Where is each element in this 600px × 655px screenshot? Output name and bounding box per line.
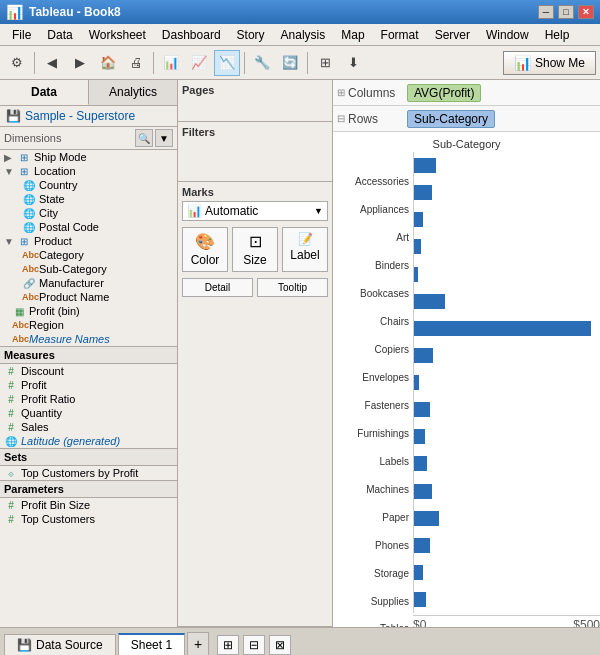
field-profit-bin-size[interactable]: # Profit Bin Size (0, 498, 177, 512)
bar-row-15[interactable] (414, 559, 600, 586)
color-button[interactable]: 🎨 Color (182, 227, 228, 272)
detail-button[interactable]: Detail (182, 278, 253, 297)
field-sales[interactable]: # Sales (0, 420, 177, 434)
label-icon: 📝 (298, 232, 313, 246)
bar-row-11[interactable] (414, 450, 600, 477)
menu-map[interactable]: Map (333, 26, 372, 44)
field-postal-code[interactable]: 🌐 Postal Code (0, 220, 177, 234)
close-button[interactable]: ✕ (578, 5, 594, 19)
bar-row-5[interactable] (414, 288, 600, 315)
bar-row-2[interactable] (414, 206, 600, 233)
tab-data[interactable]: Data (0, 80, 89, 105)
expander-location: ▼ (4, 166, 14, 177)
field-product[interactable]: ▼ ⊞ Product (0, 234, 177, 248)
toolbar-home[interactable]: 🏠 (95, 50, 121, 76)
field-profit-ratio[interactable]: # Profit Ratio (0, 392, 177, 406)
bar-row-4[interactable] (414, 261, 600, 288)
bar-row-3[interactable] (414, 233, 600, 260)
toolbar-chart2[interactable]: 📈 (186, 50, 212, 76)
menu-help[interactable]: Help (537, 26, 578, 44)
label-label: Label (290, 248, 319, 262)
search-button[interactable]: 🔍 (135, 129, 153, 147)
bar-row-6[interactable] (414, 315, 600, 342)
marks-type-dropdown[interactable]: 📊 Automatic ▼ (182, 201, 328, 221)
menu-worksheet[interactable]: Worksheet (81, 26, 154, 44)
sheet-table-btn[interactable]: ⊠ (269, 635, 291, 655)
sheet-list-btn[interactable]: ⊟ (243, 635, 265, 655)
bar-row-12[interactable] (414, 478, 600, 505)
menu-analysis[interactable]: Analysis (273, 26, 334, 44)
menu-format[interactable]: Format (373, 26, 427, 44)
toolbar-back[interactable]: ◀ (39, 50, 65, 76)
label-top-customers-param: Top Customers (21, 513, 95, 525)
minimize-button[interactable]: ─ (538, 5, 554, 19)
maximize-button[interactable]: □ (558, 5, 574, 19)
bar-row-10[interactable] (414, 423, 600, 450)
field-sub-category[interactable]: Abc Sub-Category (0, 262, 177, 276)
tab-analytics[interactable]: Analytics (89, 80, 177, 105)
sheet-controls: ⊞ ⊟ ⊠ (217, 635, 291, 655)
show-me-button[interactable]: 📊 Show Me (503, 51, 596, 75)
field-profit-bin[interactable]: ▦ Profit (bin) (0, 304, 177, 318)
chart-label-14: Storage (333, 559, 413, 587)
bar-row-13[interactable] (414, 505, 600, 532)
field-ship-mode[interactable]: ▶ ⊞ Ship Mode (0, 150, 177, 164)
field-city[interactable]: 🌐 City (0, 206, 177, 220)
field-region[interactable]: Abc Region (0, 318, 177, 332)
menu-window[interactable]: Window (478, 26, 537, 44)
toolbar-refresh2[interactable]: 🔄 (277, 50, 303, 76)
tab-data-source[interactable]: 💾 Data Source (4, 634, 116, 655)
chart-label-2: Art (333, 224, 413, 252)
menu-file[interactable]: File (4, 26, 39, 44)
marks-title: Marks (182, 186, 328, 198)
bar-row-16[interactable] (414, 586, 600, 613)
toolbar-forward[interactable]: ▶ (67, 50, 93, 76)
field-country[interactable]: 🌐 Country (0, 178, 177, 192)
size-button[interactable]: ⊡ Size (232, 227, 278, 272)
menu-server[interactable]: Server (427, 26, 478, 44)
rows-pill[interactable]: Sub-Category (407, 110, 495, 128)
field-top-customers-param[interactable]: # Top Customers (0, 512, 177, 526)
tab-sheet1[interactable]: Sheet 1 (118, 633, 185, 655)
label-button[interactable]: 📝 Label (282, 227, 328, 272)
toolbar-filter[interactable]: 🔧 (249, 50, 275, 76)
label-ship-mode: Ship Mode (34, 151, 87, 163)
toolbar-download[interactable]: ⬇ (340, 50, 366, 76)
left-panel: Data Analytics 💾 Sample - Superstore Dim… (0, 80, 178, 627)
filter-button[interactable]: ▼ (155, 129, 173, 147)
sheet-grid-btn[interactable]: ⊞ (217, 635, 239, 655)
field-latitude[interactable]: 🌐 Latitude (generated) (0, 434, 177, 448)
menu-story[interactable]: Story (229, 26, 273, 44)
label-category: Category (39, 249, 84, 261)
bar-row-7[interactable] (414, 342, 600, 369)
field-state[interactable]: 🌐 State (0, 192, 177, 206)
bar-row-14[interactable] (414, 532, 600, 559)
bar-row-9[interactable] (414, 396, 600, 423)
chart-label-12: Paper (333, 503, 413, 531)
field-profit[interactable]: # Profit (0, 378, 177, 392)
field-top-customers-set[interactable]: ⟐ Top Customers by Profit (0, 466, 177, 480)
field-location[interactable]: ▼ ⊞ Location (0, 164, 177, 178)
menu-data[interactable]: Data (39, 26, 80, 44)
tooltip-button[interactable]: Tooltip (257, 278, 328, 297)
bar-row-1[interactable] (414, 179, 600, 206)
data-source[interactable]: 💾 Sample - Superstore (0, 106, 177, 127)
chart-label-5: Chairs (333, 308, 413, 336)
toolbar-chart3[interactable]: 📉 (214, 50, 240, 76)
field-product-name[interactable]: Abc Product Name (0, 290, 177, 304)
field-measure-names[interactable]: Abc Measure Names (0, 332, 177, 346)
menu-dashboard[interactable]: Dashboard (154, 26, 229, 44)
columns-pill[interactable]: AVG(Profit) (407, 84, 481, 102)
bar-row-8[interactable] (414, 369, 600, 396)
field-category[interactable]: Abc Category (0, 248, 177, 262)
toolbar-refresh[interactable]: ⚙ (4, 50, 30, 76)
menu-bar: File Data Worksheet Dashboard Story Anal… (0, 24, 600, 46)
field-quantity[interactable]: # Quantity (0, 406, 177, 420)
toolbar-print[interactable]: 🖨 (123, 50, 149, 76)
toolbar-table[interactable]: ⊞ (312, 50, 338, 76)
field-discount[interactable]: # Discount (0, 364, 177, 378)
bar-row-0[interactable] (414, 152, 600, 179)
add-sheet-button[interactable]: + (187, 632, 209, 655)
field-manufacturer[interactable]: 🔗 Manufacturer (0, 276, 177, 290)
toolbar-chart1[interactable]: 📊 (158, 50, 184, 76)
